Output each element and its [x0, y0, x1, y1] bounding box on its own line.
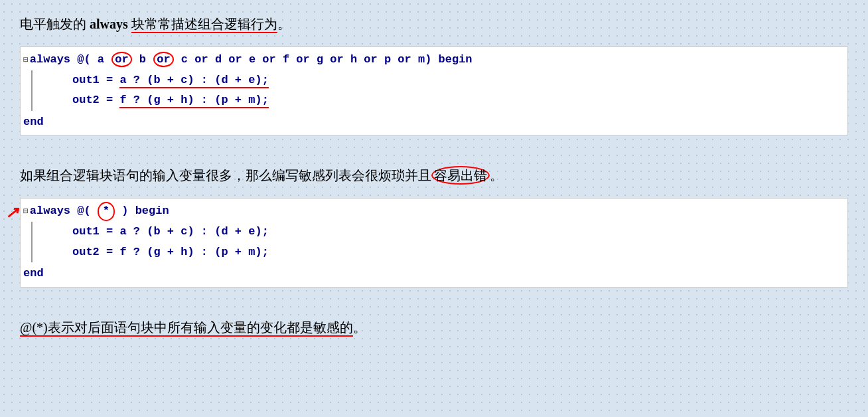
code-line-end-2: end — [21, 264, 847, 284]
code-indented-lines: out1 = a ? (b + c) : (d + e); out2 = f ?… — [33, 70, 847, 111]
bottom-prefix: @(*)表示对后面语句块中所有输入变量 — [20, 320, 247, 337]
or-circle-1: or — [111, 52, 131, 67]
code-line-3: out2 = f ? (g + h) : (p + m); — [33, 90, 847, 111]
out2-underlined: f ? (g + h) : (p + m); — [119, 94, 268, 108]
code-indented-section-2: out1 = a ? (b + c) : (d + e); out2 = f ?… — [21, 222, 847, 262]
bottom-suffix: 。 — [353, 320, 366, 335]
code-line-2-2: out1 = a ? (b + c) : (d + e); — [33, 222, 847, 242]
always-star-line: always @( * ) begin — [30, 201, 169, 222]
always-line-1: always @( a or b or c or d or e or f or … — [30, 50, 472, 70]
code-block-1-container: ⊟ always @( a or b or c or d or e or f o… — [20, 46, 848, 150]
out1-underlined: a ? (b + c) : (d + e); — [119, 74, 268, 88]
code-block-2: ⊟ always @( * ) begin out1 = a ? (b + c)… — [20, 198, 848, 287]
fold-icon-2: ⊟ — [23, 204, 29, 219]
intro-end: 。 — [277, 17, 291, 31]
code-line-1: ⊟ always @( a or b or c or d or e or f o… — [21, 50, 847, 70]
code-indented-section: out1 = a ? (b + c) : (d + e); out2 = f ?… — [21, 70, 847, 111]
code-indented-lines-2: out1 = a ? (b + c) : (d + e); out2 = f ?… — [33, 222, 847, 262]
bottom-paragraph: @(*)表示对后面语句块中所有输入变量的变化都是敏感的。 — [20, 317, 848, 338]
easy-error-circle: 容易出错 — [431, 166, 490, 185]
intro-suffix-underlined: 块常常描述组合逻辑行为 — [131, 17, 277, 33]
fold-icon-1: ⊟ — [23, 52, 29, 68]
out1-line: out1 = a ? (b + c) : (d + e); — [72, 70, 269, 91]
star-circle: * — [98, 202, 115, 220]
middle-text-after: 。 — [490, 168, 503, 183]
middle-paragraph: 如果组合逻辑块语句的输入变量很多，那么编写敏感列表会很烦琐并且容易出错。 — [20, 165, 848, 186]
intro-prefix: 电平触发的 — [20, 17, 90, 31]
out1-line-2: out1 = a ? (b + c) : (d + e); — [72, 222, 269, 242]
always-keyword: always — [90, 17, 128, 31]
end-keyword-1: end — [23, 112, 44, 133]
code-block-1: ⊟ always @( a or b or c or d or e or f o… — [20, 46, 848, 135]
left-arrow-annotation: ↗ — [5, 203, 19, 222]
middle-text-before: 如果组合逻辑块语句的输入变量很多，那么编写敏感列表会很烦琐并且 — [20, 168, 431, 183]
out2-line: out2 = f ? (g + h) : (p + m); — [72, 90, 269, 111]
page-container: 电平触发的 always 块常常描述组合逻辑行为。 ⊟ always @( a … — [20, 13, 848, 338]
out2-line-2: out2 = f ? (g + h) : (p + m); — [72, 242, 269, 263]
end-keyword-2: end — [23, 264, 44, 284]
bottom-underlined: 的变化都是敏感的 — [247, 320, 353, 337]
intro-paragraph: 电平触发的 always 块常常描述组合逻辑行为。 — [20, 13, 848, 35]
code-line-2-1: ⊟ always @( * ) begin — [21, 201, 847, 222]
code-block-2-container: ↗ ⊟ always @( * ) begin out1 = a ? (b + … — [20, 198, 848, 301]
code-line-2: out1 = a ? (b + c) : (d + e); — [33, 70, 847, 91]
code-line-end-1: end — [21, 112, 847, 133]
code-line-2-3: out2 = f ? (g + h) : (p + m); — [33, 242, 847, 263]
or-circle-2: or — [153, 52, 173, 67]
